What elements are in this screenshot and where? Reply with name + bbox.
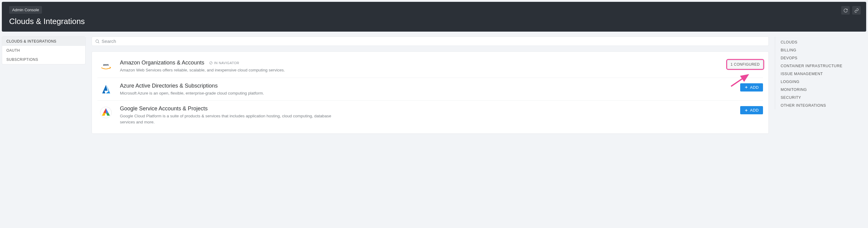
svg-line-4 bbox=[210, 62, 212, 64]
rightnav-issue-management[interactable]: ISSUE MANAGEMENT bbox=[781, 70, 866, 78]
refresh-icon bbox=[843, 8, 848, 13]
search-icon bbox=[95, 39, 100, 44]
sidebar-item-oauth[interactable]: OAUTH bbox=[2, 46, 85, 55]
sidebar-item-clouds-integrations[interactable]: CLOUDS & INTEGRATIONS bbox=[2, 37, 85, 46]
integration-row-azure: Azure Active Directories & Subscriptions… bbox=[97, 77, 763, 101]
rightnav-other-integrations[interactable]: OTHER INTEGRATIONS bbox=[781, 101, 866, 109]
integration-title: Azure Active Directories & Subscriptions bbox=[120, 83, 218, 89]
add-label: ADD bbox=[750, 85, 759, 90]
gcp-logo bbox=[97, 105, 115, 119]
search-input[interactable] bbox=[102, 39, 766, 44]
main-content: aws Amazon Organizations & Accounts IN N… bbox=[92, 36, 769, 134]
integration-desc: Amazon Web Services offers reliable, sca… bbox=[120, 67, 339, 73]
svg-point-0 bbox=[96, 39, 99, 42]
rightnav-monitoring[interactable]: MONITORING bbox=[781, 86, 866, 94]
page-header: Admin Console Clouds & Integrations bbox=[2, 2, 866, 32]
integrations-list: aws Amazon Organizations & Accounts IN N… bbox=[92, 52, 769, 134]
integration-desc: Google Cloud Platform is a suite of prod… bbox=[120, 113, 339, 125]
add-button[interactable]: ADD bbox=[740, 83, 763, 92]
add-label: ADD bbox=[750, 108, 759, 112]
in-navigator-chip: IN NAVIGATOR bbox=[209, 61, 239, 65]
link-button[interactable] bbox=[852, 6, 861, 14]
refresh-button[interactable] bbox=[841, 6, 850, 14]
integration-desc: Microsoft Azure is an open, flexible, en… bbox=[120, 90, 339, 96]
left-sidebar: CLOUDS & INTEGRATIONS OAUTH SUBSCRIPTION… bbox=[2, 36, 86, 64]
azure-icon bbox=[99, 83, 112, 96]
rightnav-clouds[interactable]: CLOUDS bbox=[781, 38, 866, 46]
status-text: IN NAVIGATOR bbox=[214, 61, 239, 65]
link-icon bbox=[854, 8, 859, 13]
rightnav-devops[interactable]: DEVOPS bbox=[781, 54, 866, 62]
header-actions bbox=[841, 6, 861, 14]
integration-row-gcp: Google Service Accounts & Projects Googl… bbox=[97, 100, 763, 129]
plus-icon bbox=[744, 86, 748, 89]
integration-title: Google Service Accounts & Projects bbox=[120, 105, 208, 112]
azure-logo bbox=[97, 83, 115, 96]
page-title: Clouds & Integrations bbox=[9, 17, 859, 26]
gcp-icon bbox=[99, 106, 112, 119]
integration-title: Amazon Organizations & Accounts bbox=[120, 60, 204, 66]
rightnav-container-infrastructure[interactable]: CONTAINER INFRASTRUCTURE bbox=[781, 62, 866, 70]
configured-button[interactable]: 1 CONFIGURED bbox=[727, 60, 763, 69]
search-box[interactable] bbox=[92, 36, 769, 46]
aws-icon: aws bbox=[99, 60, 112, 73]
add-button[interactable]: ADD bbox=[740, 106, 763, 114]
rightnav-logging[interactable]: LOGGING bbox=[781, 78, 866, 86]
sidebar-item-subscriptions[interactable]: SUBSCRIPTIONS bbox=[2, 55, 85, 64]
svg-text:aws: aws bbox=[103, 63, 109, 66]
breadcrumb[interactable]: Admin Console bbox=[9, 6, 42, 14]
slash-circle-icon bbox=[209, 61, 213, 65]
rightnav-security[interactable]: SECURITY bbox=[781, 94, 866, 101]
plus-icon bbox=[744, 108, 748, 112]
right-category-nav: CLOUDS BILLING DEVOPS CONTAINER INFRASTR… bbox=[775, 36, 866, 109]
svg-line-1 bbox=[98, 42, 99, 43]
rightnav-billing[interactable]: BILLING bbox=[781, 46, 866, 54]
svg-marker-8 bbox=[105, 114, 107, 116]
aws-logo: aws bbox=[97, 60, 115, 73]
integration-row-aws: aws Amazon Organizations & Accounts IN N… bbox=[97, 55, 763, 77]
